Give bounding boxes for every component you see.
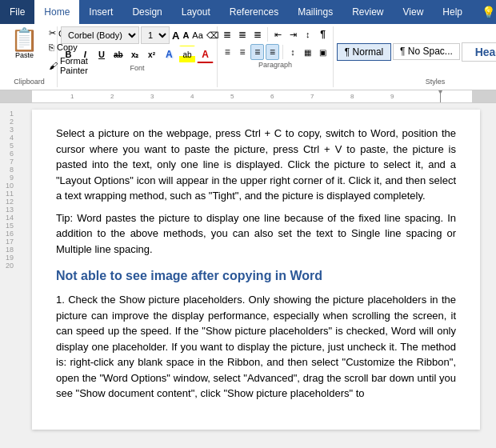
tab-layout[interactable]: Layout xyxy=(172,0,220,24)
change-case-button[interactable]: Aa xyxy=(191,26,203,44)
style-heading-label: Head xyxy=(475,46,496,58)
paste-label: Paste xyxy=(15,51,34,59)
font-section: Corbel (Body) 12 A A Aa ⌫ B I U ab x₂ x²… xyxy=(61,26,214,63)
paste-icon: 📋 xyxy=(10,29,38,51)
lightbulb-icon[interactable]: 💡 xyxy=(472,0,496,24)
align-left-button[interactable]: ≡ xyxy=(221,44,234,60)
superscript-button[interactable]: x² xyxy=(144,46,159,62)
shading-button[interactable]: ▦ xyxy=(301,44,314,60)
tab-home[interactable]: Home xyxy=(34,0,79,24)
justify-button[interactable]: ≡ xyxy=(266,44,279,60)
font-color-button[interactable]: A xyxy=(197,46,214,63)
align-center-button[interactable]: ≡ xyxy=(236,44,250,60)
font-row2: B I U ab x₂ x² A ab A xyxy=(61,46,214,63)
tab-view[interactable]: View xyxy=(394,0,434,24)
tab-insert[interactable]: Insert xyxy=(79,0,122,24)
font-group: Corbel (Body) 12 A A Aa ⌫ B I U ab x₂ x²… xyxy=(58,26,218,87)
document-heading: Not able to see image after copying in W… xyxy=(56,266,456,286)
paragraph-1: Select a picture on the webpage, press C… xyxy=(56,126,456,204)
increase-indent-button[interactable]: ⇥ xyxy=(286,26,300,42)
paragraph-group: ≣ ≣ ≣ ⇤ ⇥ ↕ ¶ ≡ ≡ ≡ ≡ ↕ ▦ ▣ Paragraph xyxy=(218,26,334,87)
font-size-select[interactable]: 12 xyxy=(141,26,170,44)
tab-design[interactable]: Design xyxy=(122,0,171,24)
italic-button[interactable]: I xyxy=(78,46,93,62)
numbering-button[interactable]: ≣ xyxy=(236,26,250,42)
style-no-spacing[interactable]: ¶ No Spac... xyxy=(393,43,460,60)
underline-button[interactable]: U xyxy=(94,46,110,62)
ribbon-toolbar: 📋 Paste ✂ Cut ⎘ Copy 🖌 Format Painter Cl… xyxy=(0,24,496,90)
style-no-spacing-label: ¶ No Spac... xyxy=(400,46,453,57)
tab-help[interactable]: Help xyxy=(433,0,472,24)
text-highlight-button[interactable]: ab xyxy=(179,46,196,63)
tab-references[interactable]: References xyxy=(220,0,288,24)
font-label: Font xyxy=(61,63,214,72)
paragraph-3: 1. Check the Show picture placeholders. … xyxy=(56,292,456,402)
paste-button[interactable]: 📋 Paste xyxy=(5,26,44,62)
styles-group: ¶ Normal ¶ No Spac... Head ▲ ▼ ▾ Styles xyxy=(334,26,496,87)
tab-mailings[interactable]: Mailings xyxy=(288,0,342,24)
document-page[interactable]: Select a picture on the webpage, press C… xyxy=(32,110,480,430)
multilevel-button[interactable]: ≣ xyxy=(250,26,264,42)
style-heading[interactable]: Head xyxy=(462,42,496,62)
para-row2: ≡ ≡ ≡ ≡ ↕ ▦ ▣ xyxy=(221,44,330,60)
strikethrough-button[interactable]: ab xyxy=(110,46,126,62)
styles-box: ¶ Normal ¶ No Spac... Head xyxy=(337,42,496,62)
tab-file[interactable]: File xyxy=(0,0,34,24)
tab-review[interactable]: Review xyxy=(342,0,393,24)
grow-font-button[interactable]: A xyxy=(171,26,180,44)
subscript-button[interactable]: x₂ xyxy=(127,46,142,62)
line-spacing-button[interactable]: ↕ xyxy=(286,44,300,60)
style-normal[interactable]: ¶ Normal xyxy=(337,43,391,61)
text-effects-button[interactable]: A xyxy=(161,46,178,63)
bold-button[interactable]: B xyxy=(61,46,76,62)
sort-button[interactable]: ↕ xyxy=(301,26,314,42)
styles-label: Styles xyxy=(337,77,496,86)
clipboard-label: Clipboard xyxy=(5,77,54,86)
style-normal-label: ¶ Normal xyxy=(345,46,383,58)
ribbon-tabs: File Home Insert Design Layout Reference… xyxy=(0,0,496,24)
ruler: 1 2 3 4 5 6 7 8 9 xyxy=(0,90,496,103)
paragraph-label: Paragraph xyxy=(221,60,330,69)
show-formatting-button[interactable]: ¶ xyxy=(316,26,330,42)
font-family-select[interactable]: Corbel (Body) xyxy=(61,26,139,44)
bullets-button[interactable]: ≣ xyxy=(221,26,234,42)
align-right-button[interactable]: ≡ xyxy=(250,44,264,60)
para-section: ≣ ≣ ≣ ⇤ ⇥ ↕ ¶ ≡ ≡ ≡ ≡ ↕ ▦ ▣ xyxy=(221,26,330,60)
paragraph-2: Tip: Word pastes the picture to display … xyxy=(56,210,456,258)
font-row1: Corbel (Body) 12 A A Aa ⌫ xyxy=(61,26,214,44)
shrink-font-button[interactable]: A xyxy=(182,26,190,44)
para-row1: ≣ ≣ ≣ ⇤ ⇥ ↕ ¶ xyxy=(221,26,330,42)
document-area: 1234 5678 9101112 13141516 17181920 Sele… xyxy=(0,103,496,444)
decrease-indent-button[interactable]: ⇤ xyxy=(271,26,285,42)
borders-button[interactable]: ▣ xyxy=(316,44,330,60)
format-painter-icon: 🖌 xyxy=(49,61,58,70)
copy-icon: ⎘ xyxy=(49,42,54,52)
line-numbers: 1234 5678 9101112 13141516 17181920 xyxy=(0,103,16,444)
cut-icon: ✂ xyxy=(49,28,56,38)
clipboard-group: 📋 Paste ✂ Cut ⎘ Copy 🖌 Format Painter Cl… xyxy=(2,26,58,87)
